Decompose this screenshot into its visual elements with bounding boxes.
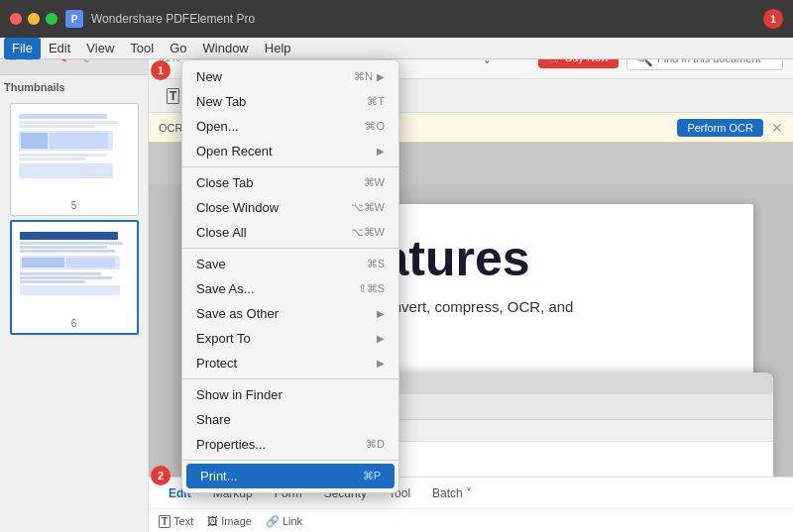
menu-edit[interactable]: Edit: [41, 38, 78, 59]
thumb-img-6: [16, 226, 133, 315]
save-as-shortcut: ⇧⌘S: [358, 282, 385, 295]
export-arrow: ▶: [377, 333, 385, 344]
new-label: New: [196, 69, 222, 84]
share-label: Share: [196, 412, 231, 427]
menu-open-recent[interactable]: Open Recent ▶: [182, 139, 398, 163]
menu-protect[interactable]: Protect ▶: [182, 351, 398, 375]
menu-save-other[interactable]: Save as Other ▶: [182, 301, 398, 326]
title-bar: P Wondershare PDFElement Pro 1: [0, 0, 793, 38]
minimize-button[interactable]: [28, 13, 40, 25]
menu-open[interactable]: Open... ⌘O: [182, 114, 398, 139]
protect-label: Protect: [196, 356, 237, 371]
thumbnail-page-5[interactable]: 5: [10, 103, 139, 216]
bottom-link-tool[interactable]: 🔗 Link: [266, 515, 302, 528]
menu-window[interactable]: Window: [195, 38, 257, 59]
menu-save-as[interactable]: Save As... ⇧⌘S: [182, 276, 398, 301]
menu-save[interactable]: Save ⌘S: [182, 252, 398, 276]
bottom-text-tool[interactable]: T Text: [159, 515, 193, 528]
bottom-link-icon: 🔗: [266, 515, 280, 528]
sidebar: ⊞ ⊟ ≡ 🔖 📎 ↩ ↪ Thumbnails: [0, 38, 149, 532]
bottom-link-label: Link: [283, 515, 302, 527]
export-label: Export To: [196, 331, 251, 346]
menu-bar: File Edit View Tool Go Window Help: [0, 38, 793, 59]
open-label: Open...: [196, 119, 239, 134]
close-tab-shortcut: ⌘W: [364, 176, 385, 189]
file-dropdown: 1 New ⌘N ▶ New Tab ⌘T Open... ⌘O Open Re…: [181, 59, 399, 493]
ocr-close-icon[interactable]: ✕: [771, 120, 783, 136]
fullscreen-button[interactable]: [46, 13, 57, 25]
sidebar-title: Thumbnails: [0, 75, 148, 95]
thumb-img-5: [15, 108, 134, 197]
text-icon: T: [167, 88, 179, 104]
menu-show-finder[interactable]: Show in Finder: [182, 382, 398, 407]
new-tab-label: New Tab: [196, 94, 246, 109]
bottom-image-label: Image: [221, 515, 252, 527]
badge-2: 2: [151, 466, 170, 485]
sidebar-content: 5 6: [0, 95, 148, 343]
print-label: Print...: [200, 469, 238, 483]
menu-print[interactable]: Print... ⌘P: [186, 464, 395, 488]
menu-close-all[interactable]: Close All ⌥⌘W: [182, 220, 398, 245]
bottom-sub-row: T Text 🖼 Image 🔗 Link: [149, 509, 793, 532]
properties-shortcut: ⌘D: [366, 438, 385, 451]
menu-help[interactable]: Help: [257, 38, 299, 59]
separator-3: [182, 378, 398, 379]
close-window-shortcut: ⌥⌘W: [351, 201, 385, 214]
menu-close-window[interactable]: Close Window ⌥⌘W: [182, 195, 398, 220]
bottom-tab-batch[interactable]: Batch ˅: [422, 482, 482, 504]
app-icon: P: [65, 10, 83, 28]
open-recent-arrow: ▶: [377, 146, 385, 157]
show-finder-label: Show in Finder: [196, 387, 283, 402]
print-row: 2 Print... ⌘P: [182, 464, 398, 488]
menu-new[interactable]: New ⌘N ▶: [182, 64, 398, 89]
separator-1: [182, 166, 398, 167]
menu-view[interactable]: View: [78, 38, 122, 59]
thumb-num-5: 5: [15, 200, 134, 211]
protect-arrow: ▶: [377, 358, 385, 369]
thumb-num-6: 6: [16, 318, 133, 329]
close-all-label: Close All: [196, 225, 247, 240]
thumbnail-page-6[interactable]: 6: [10, 220, 139, 335]
bottom-text-label: Text: [173, 515, 193, 527]
menu-file[interactable]: File: [4, 38, 41, 59]
new-shortcut: ⌘N: [354, 70, 373, 83]
menu-share[interactable]: Share: [182, 407, 398, 432]
menu-go[interactable]: Go: [162, 38, 194, 59]
ocr-button[interactable]: Perform OCR: [677, 119, 763, 137]
properties-label: Properties...: [196, 437, 266, 452]
bottom-image-icon: 🖼: [207, 515, 218, 527]
close-all-shortcut: ⌥⌘W: [351, 226, 385, 239]
close-button[interactable]: [10, 13, 22, 25]
bottom-image-tool[interactable]: 🖼 Image: [207, 515, 252, 527]
print-shortcut: ⌘P: [363, 470, 381, 482]
menu-properties[interactable]: Properties... ⌘D: [182, 432, 398, 457]
menu-new-tab[interactable]: New Tab ⌘T: [182, 89, 398, 114]
separator-2: [182, 248, 398, 249]
new-tab-shortcut: ⌘T: [367, 95, 385, 108]
app-title: Wondershare PDFElement Pro: [91, 12, 763, 26]
tab-badge: 1: [763, 9, 783, 29]
open-shortcut: ⌘O: [365, 120, 385, 133]
new-arrow: ▶: [377, 71, 385, 82]
close-tab-label: Close Tab: [196, 175, 254, 190]
badge-1: 1: [151, 60, 170, 80]
close-window-label: Close Window: [196, 200, 279, 215]
menu-tool[interactable]: Tool: [122, 38, 162, 59]
menu-close-tab[interactable]: Close Tab ⌘W: [182, 170, 398, 195]
separator-4: [182, 460, 398, 461]
save-label: Save: [196, 257, 226, 271]
save-as-label: Save As...: [196, 281, 255, 296]
traffic-lights: [10, 13, 57, 25]
bottom-text-icon: T: [159, 515, 170, 528]
save-other-arrow: ▶: [377, 308, 385, 319]
save-other-label: Save as Other: [196, 306, 279, 321]
menu-export[interactable]: Export To ▶: [182, 326, 398, 351]
open-recent-label: Open Recent: [196, 144, 273, 159]
save-shortcut: ⌘S: [367, 258, 385, 270]
